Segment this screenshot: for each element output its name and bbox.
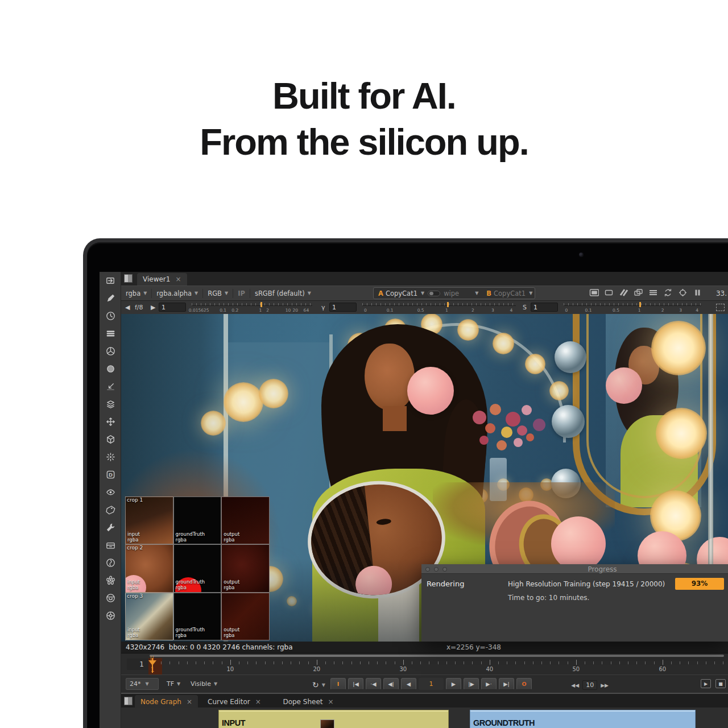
timeline-scrollbar[interactable] — [150, 655, 724, 657]
alpha-dropdown[interactable]: rgba.alpha ▼ — [152, 286, 202, 300]
prev-stop-button[interactable]: ◀ — [125, 304, 130, 311]
display-mode-dropdown[interactable]: RGB ▼ — [203, 286, 233, 300]
timeline-major-tick — [576, 660, 577, 665]
window-icon[interactable] — [604, 288, 614, 299]
close-icon[interactable]: × — [255, 698, 261, 706]
keyer-icon[interactable] — [100, 378, 121, 395]
pane-icon[interactable] — [124, 697, 133, 705]
filter-icon[interactable] — [100, 360, 121, 378]
tab-viewer1[interactable]: Viewer1 × — [137, 273, 187, 286]
rewind-button[interactable]: ◀◀ — [571, 682, 579, 688]
image-icon[interactable] — [100, 272, 121, 289]
slider-tick-label: 0.1 — [220, 308, 226, 313]
play-backward-button[interactable]: ◀ — [401, 678, 416, 690]
layers-icon[interactable] — [634, 288, 643, 299]
fps-dropdown[interactable]: 24* ▼ — [126, 678, 159, 690]
toolsets-icon[interactable] — [100, 519, 121, 536]
crop-cell-label: groundTruthrgba — [176, 580, 205, 591]
cursor-coords: x=2256 y=-348 — [446, 643, 501, 651]
particles-icon[interactable] — [100, 448, 121, 466]
in-point-button[interactable]: I — [330, 678, 346, 690]
step-back-button[interactable]: ◀| — [383, 678, 399, 690]
channels-dropdown[interactable]: rgba ▼ — [121, 286, 151, 300]
gain-slider[interactable]: 0.0156250.10.212102064 — [192, 302, 312, 313]
flipbook-stop-icon[interactable]: ■ — [715, 679, 726, 688]
chevron-down-icon: ▼ — [214, 681, 217, 686]
wipe-dropdown[interactable]: wipe — [444, 289, 459, 297]
sparkles-icon[interactable] — [100, 572, 121, 589]
go-start-button[interactable]: |◀ — [348, 678, 363, 690]
wipe-toggle[interactable] — [428, 291, 440, 296]
a-buffer-dropdown[interactable]: CopyCat1 — [386, 289, 417, 297]
increment-field[interactable]: 10 — [582, 680, 597, 690]
go-end-button[interactable]: ▶| — [499, 678, 514, 690]
zebra-icon[interactable] — [619, 288, 628, 299]
refresh-icon[interactable] — [663, 288, 673, 299]
channel-icon[interactable] — [100, 325, 121, 342]
tab-curve-editor[interactable]: Curve Editor× — [202, 695, 267, 709]
tab-node-graph[interactable]: Node Graph× — [135, 695, 198, 709]
backdrop-groundtruth[interactable]: GROUNDTRUTH — [470, 710, 696, 728]
lines-icon[interactable] — [648, 288, 658, 299]
draw-icon[interactable] — [100, 289, 121, 307]
timeline[interactable]: 1 || 1 102030405060 — [121, 653, 728, 675]
deep-icon[interactable]: D — [100, 466, 121, 483]
progress-bar: 93% — [675, 578, 724, 590]
ofx-icon[interactable] — [100, 589, 121, 607]
backdrop-input[interactable]: INPUT — [218, 710, 449, 728]
saturation-slider[interactable]: 00.10.51234 — [564, 302, 701, 313]
gamma-slider[interactable]: 00.10.51234 — [362, 302, 516, 313]
ip-label: IP — [238, 289, 245, 297]
views-icon[interactable] — [100, 483, 121, 501]
light-bulb-glow — [525, 354, 545, 374]
roi-icon[interactable] — [716, 304, 725, 311]
close-icon[interactable]: × — [187, 698, 192, 706]
b-buffer-dropdown[interactable]: CopyCat1 — [494, 289, 526, 297]
assist-icon[interactable] — [100, 607, 121, 624]
progress-task: Rendering — [427, 580, 464, 588]
progress-detail: High Resolution Training (step 19415 / 2… — [508, 580, 665, 588]
input-node-thumbnail[interactable] — [320, 719, 334, 728]
play-forward-button[interactable]: ▶ — [446, 678, 461, 690]
chevron-down-icon: ▼ — [475, 291, 478, 296]
close-icon[interactable]: × — [175, 275, 181, 283]
next-stop-button[interactable]: ▶ — [151, 304, 155, 311]
target-icon[interactable] — [678, 288, 688, 299]
visible-dropdown[interactable]: Visible ▼ — [191, 680, 217, 688]
loop-icon: ↻ — [312, 680, 319, 689]
gamma-input[interactable]: 1 — [329, 303, 357, 312]
tf-value: TF — [167, 680, 174, 688]
pane-icon[interactable] — [124, 274, 133, 283]
node-graph[interactable]: INPUT GROUNDTRUTH — [121, 708, 728, 728]
light-bulb-glow — [656, 408, 707, 459]
pause-icon[interactable] — [693, 288, 702, 299]
flipbook-play-icon[interactable]: ▶ — [701, 679, 711, 688]
metadata-icon[interactable] — [100, 501, 121, 519]
saturation-input[interactable]: 1 — [531, 303, 558, 312]
merge-icon[interactable] — [100, 395, 121, 413]
display-icon[interactable] — [589, 288, 599, 299]
slider-tick-label: 20 — [293, 308, 299, 313]
transform-icon[interactable] — [100, 413, 121, 431]
input-process-toggle[interactable]: IP — [233, 286, 250, 300]
render-icon[interactable] — [100, 554, 121, 572]
timeline-ruler[interactable]: || 1 102030405060 — [121, 658, 728, 675]
tf-dropdown[interactable]: TF ▼ — [167, 680, 180, 688]
step-forward-button[interactable]: |▶ — [464, 678, 479, 690]
svg-text:D: D — [109, 471, 113, 478]
color-icon[interactable] — [100, 342, 121, 360]
next-keyframe-button[interactable]: ▶· — [481, 678, 497, 690]
close-icon[interactable]: × — [328, 698, 333, 706]
loop-mode-button[interactable]: ↻ ▼ — [312, 680, 325, 689]
current-frame-button[interactable]: 1 — [419, 678, 444, 690]
prev-keyframe-button[interactable]: ·◀ — [366, 678, 381, 690]
fastforward-button[interactable]: ▶▶ — [601, 682, 609, 688]
tab-dope-sheet[interactable]: Dope Sheet× — [277, 695, 339, 709]
out-point-button[interactable]: O — [516, 678, 532, 690]
window-controls[interactable] — [425, 567, 447, 572]
threed-icon[interactable] — [100, 431, 121, 448]
colorspace-dropdown[interactable]: sRGBf (default) ▼ — [250, 286, 316, 300]
gain-input[interactable]: 1 — [159, 303, 186, 312]
time-icon[interactable] — [100, 307, 121, 325]
other-icon[interactable] — [100, 536, 121, 554]
